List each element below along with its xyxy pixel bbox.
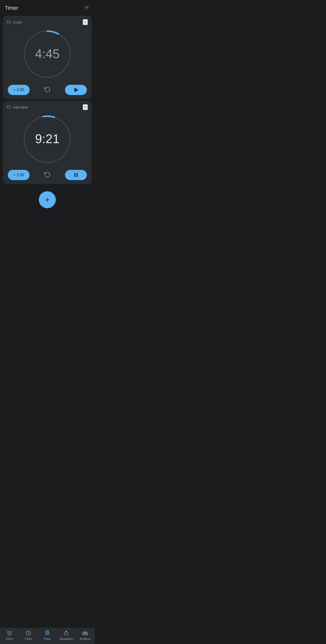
play-icon-1 [74,88,78,92]
gear-icon [83,4,90,11]
add-timer-fab-area: + [0,191,95,208]
add-timer-fab-button[interactable]: + [39,191,56,208]
settings-button[interactable] [83,4,90,12]
label-icon-2 [7,106,11,109]
timer-1-circle: 4:45 [7,28,88,81]
timer-1-play-button[interactable] [65,85,87,95]
reset-icon-2 [44,171,50,178]
timer-1-controls: + 1:00 [7,85,88,95]
card-2-label-area: Add label [7,105,28,109]
timer-1-text: 4:45 [35,47,59,61]
timer-2-label[interactable]: Add label [13,105,28,109]
timer-1-close-button[interactable]: ✕ [83,19,88,25]
svg-point-0 [86,7,88,8]
reset-icon-1 [44,86,50,92]
timer-1-add-time-button[interactable]: + 1:00 [8,85,30,95]
card-1-label-area: Cook [7,20,21,24]
app-header: Timer [0,0,95,14]
label-icon-1 [7,20,11,24]
timer-2-svg: 9:21 [21,112,74,166]
timer-card-1: Cook ✕ 4:45 + 1:00 [3,16,92,99]
pause-icon-2 [74,173,78,177]
timer-2-reset-button[interactable] [44,171,50,179]
timer-2-add-time-button[interactable]: + 1:00 [8,170,30,180]
timer-1-svg: 4:45 [21,28,74,81]
timer-2-text: 9:21 [35,132,59,146]
card-2-header: Add label ✕ [7,104,88,110]
card-1-header: Cook ✕ [7,19,88,25]
timer-2-controls: + 1:00 [7,170,88,180]
timer-2-pause-button[interactable] [65,170,87,180]
page-title: Timer [5,5,18,11]
timer-card-2: Add label ✕ 9:21 + 1:00 [3,101,92,184]
timer-2-close-button[interactable]: ✕ [83,104,88,110]
timer-1-reset-button[interactable] [44,86,50,94]
timer-1-label: Cook [13,20,21,24]
timer-2-circle: 9:21 [7,112,88,166]
